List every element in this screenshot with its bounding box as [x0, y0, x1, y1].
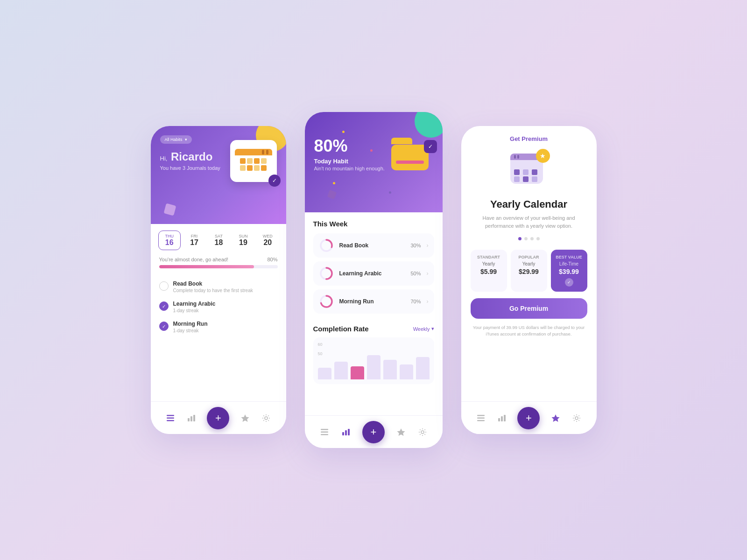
habit-checkbox-run[interactable]: ✓	[159, 322, 169, 331]
phone2-fab-button[interactable]: +	[362, 421, 385, 443]
svg-rect-15	[321, 431, 328, 433]
svg-rect-16	[321, 434, 328, 435]
habit-learning-arabic[interactable]: ✓ Learning Arabic 1-day streak	[159, 297, 278, 317]
phone2: ✓ 80% Today Habit Ain't no mountain high…	[305, 112, 443, 448]
date-thu[interactable]: THU 16	[158, 231, 181, 250]
week-habit-name-readbook: Read Book	[339, 242, 405, 249]
svg-rect-5	[193, 415, 195, 421]
deco-purple-small	[327, 190, 337, 200]
svg-rect-14	[321, 429, 328, 430]
phone3-fab-button[interactable]: +	[517, 407, 540, 429]
nav3-list-icon[interactable]	[476, 413, 486, 423]
date-strip: THU 16 FRI 17 SAT 18 SUN 19 WED 20	[151, 224, 286, 257]
svg-rect-1	[167, 417, 174, 419]
svg-rect-27	[504, 415, 506, 421]
date-fri[interactable]: FRI 17	[183, 231, 205, 250]
habit-name-readbook: Read Book	[173, 280, 253, 287]
donut-readbook	[319, 238, 334, 253]
date-wed[interactable]: WED 20	[257, 231, 278, 250]
week-habit-pct-arabic: 50%	[410, 271, 421, 276]
nav-list-icon[interactable]	[165, 413, 176, 423]
nav3-settings-icon[interactable]	[571, 413, 582, 423]
folder-body	[391, 145, 429, 170]
greeting-hi: Hi,	[160, 155, 168, 162]
svg-rect-25	[498, 418, 500, 421]
nav2-chart-icon[interactable]	[341, 427, 351, 437]
phone3: Get Premium	[461, 126, 597, 434]
nav3-chart-icon[interactable]	[497, 413, 507, 423]
phone3-content: Get Premium	[461, 126, 597, 375]
nav-star-icon[interactable]	[240, 413, 250, 423]
dot-1	[518, 237, 521, 240]
habit-checkbox-readbook[interactable]	[159, 281, 169, 291]
bar-1	[318, 368, 331, 379]
week-habit-pct-readbook: 30%	[410, 243, 421, 248]
folder-check: ✓	[424, 140, 437, 153]
week-habit-readbook[interactable]: Read Book 30% ›	[313, 233, 434, 258]
cal-cell	[523, 176, 529, 182]
dot-2	[524, 237, 528, 240]
dot-4	[536, 237, 540, 240]
svg-marker-20	[397, 428, 405, 436]
cal-cell	[514, 169, 520, 175]
feature-desc: Have an overview of your well-being and …	[471, 214, 587, 230]
folder-stripe	[396, 161, 424, 164]
chart-bars	[318, 351, 430, 379]
habit-morning-run[interactable]: ✓ Morning Run 1-day streak	[159, 317, 278, 337]
nav2-star-icon[interactable]	[396, 427, 406, 437]
nav2-list-icon[interactable]	[319, 427, 330, 437]
dot-3	[530, 237, 534, 240]
svg-rect-17	[342, 432, 344, 435]
go-premium-button[interactable]: Go Premium	[471, 298, 587, 319]
nav-chart-icon[interactable]	[186, 413, 197, 423]
pricing-row: Standart Yearly $5.99 Popular Yearly $29…	[471, 250, 587, 292]
bar-3	[351, 366, 364, 379]
pricing-best-value[interactable]: Best Value Life-Time $39.99 ✓	[551, 250, 587, 292]
nav2-settings-icon[interactable]	[417, 427, 428, 437]
svg-rect-18	[345, 430, 347, 435]
date-sun[interactable]: SUN 19	[233, 231, 254, 250]
habit-checkbox-arabic[interactable]: ✓	[159, 301, 169, 311]
progress-percent: 80%	[267, 257, 277, 262]
svg-point-7	[265, 417, 268, 420]
period-label: Weekly	[413, 326, 430, 332]
week-habit-arabic[interactable]: Learning Arabic 50% ›	[313, 261, 434, 286]
phone1-bottom-nav: +	[151, 401, 286, 434]
dropdown-label: All Habits	[165, 137, 183, 142]
premium-icon-area: ★	[508, 149, 550, 191]
svg-rect-4	[190, 416, 192, 421]
svg-rect-23	[477, 417, 485, 419]
donut-run	[319, 294, 334, 309]
get-premium-label: Get Premium	[510, 135, 548, 142]
svg-marker-6	[241, 414, 249, 422]
nav3-star-icon[interactable]	[550, 413, 561, 423]
habit-sub-run: 1-day streak	[173, 328, 208, 333]
deco-cube	[163, 203, 176, 216]
progress-label-text: You're almost done, go ahead!	[159, 257, 228, 262]
date-sat[interactable]: SAT 18	[208, 231, 229, 250]
habits-dropdown[interactable]: All Habits ▾	[160, 135, 192, 144]
chart-area: 60 50	[313, 337, 434, 384]
habit-read-book[interactable]: Read Book Complete today to have the fir…	[159, 277, 278, 297]
star-badge: ★	[536, 149, 550, 163]
pricing-popular[interactable]: Popular Yearly $29.99	[511, 250, 547, 292]
best-value-check: ✓	[565, 278, 573, 287]
phone1-fab-button[interactable]: +	[207, 407, 229, 429]
completion-section: Completion Rate Weekly ▾ 60 50	[305, 321, 443, 388]
svg-marker-28	[552, 414, 560, 422]
week-habit-run[interactable]: Morning Run 70% ›	[313, 289, 434, 314]
svg-rect-22	[477, 415, 485, 416]
weekly-dropdown[interactable]: Weekly ▾	[413, 326, 434, 332]
dots-indicator	[518, 237, 540, 240]
phones-container: All Habits ▾ Hi, Ricardo You have 3 Jour…	[151, 112, 597, 448]
feature-title: Yearly Calendar	[490, 198, 567, 210]
svg-rect-0	[167, 415, 174, 416]
folder-decoration: ✓	[391, 138, 433, 170]
pricing-standart[interactable]: Standart Yearly $5.99	[471, 250, 507, 292]
calendar-decoration: ✓	[230, 140, 277, 182]
chevron-run: ›	[427, 298, 429, 305]
progress-section: You're almost done, go ahead! 80%	[151, 257, 286, 273]
nav-settings-icon[interactable]	[261, 413, 271, 423]
svg-rect-26	[501, 416, 503, 421]
chevron-down-icon: ▾	[431, 326, 434, 332]
